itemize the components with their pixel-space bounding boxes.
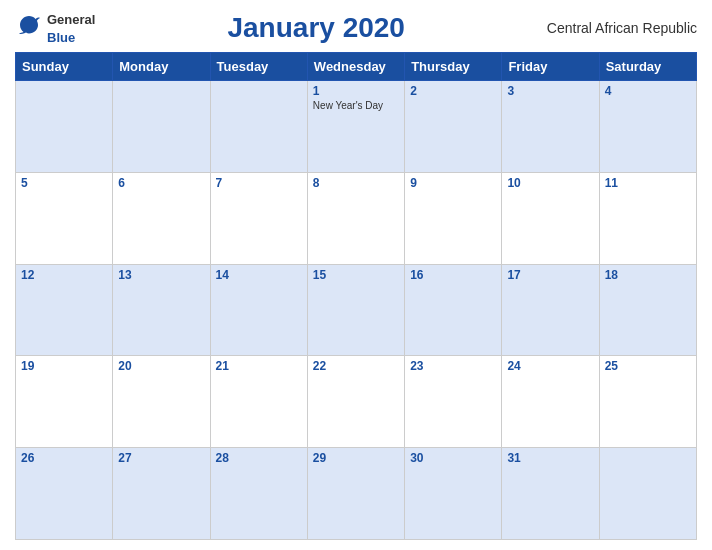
header-saturday: Saturday xyxy=(599,53,696,81)
day-number: 26 xyxy=(21,451,107,465)
top-bar: General Blue January 2020 Central Africa… xyxy=(15,10,697,46)
day-number: 25 xyxy=(605,359,691,373)
header-thursday: Thursday xyxy=(405,53,502,81)
calendar-cell xyxy=(599,448,696,540)
day-number: 4 xyxy=(605,84,691,98)
calendar-cell: 27 xyxy=(113,448,210,540)
calendar-cell: 22 xyxy=(307,356,404,448)
calendar-cell: 20 xyxy=(113,356,210,448)
day-number: 15 xyxy=(313,268,399,282)
calendar-cell: 13 xyxy=(113,264,210,356)
week-row-1: 1New Year's Day234 xyxy=(16,81,697,173)
day-number: 2 xyxy=(410,84,496,98)
day-event: New Year's Day xyxy=(313,100,399,111)
day-number: 27 xyxy=(118,451,204,465)
day-number: 17 xyxy=(507,268,593,282)
calendar-cell: 6 xyxy=(113,172,210,264)
calendar-cell: 7 xyxy=(210,172,307,264)
day-number: 11 xyxy=(605,176,691,190)
calendar-cell: 28 xyxy=(210,448,307,540)
day-number: 6 xyxy=(118,176,204,190)
day-number: 7 xyxy=(216,176,302,190)
day-number: 13 xyxy=(118,268,204,282)
header-monday: Monday xyxy=(113,53,210,81)
day-number: 1 xyxy=(313,84,399,98)
calendar-cell: 23 xyxy=(405,356,502,448)
week-row-2: 567891011 xyxy=(16,172,697,264)
calendar-cell: 1New Year's Day xyxy=(307,81,404,173)
calendar-cell: 10 xyxy=(502,172,599,264)
day-number: 31 xyxy=(507,451,593,465)
calendar-cell: 31 xyxy=(502,448,599,540)
calendar-cell: 29 xyxy=(307,448,404,540)
calendar-cell: 15 xyxy=(307,264,404,356)
logo-bird-icon xyxy=(15,12,43,45)
country-name: Central African Republic xyxy=(537,20,697,36)
week-row-4: 19202122232425 xyxy=(16,356,697,448)
calendar-cell: 8 xyxy=(307,172,404,264)
day-number: 24 xyxy=(507,359,593,373)
logo-blue: Blue xyxy=(47,30,75,45)
week-row-5: 262728293031 xyxy=(16,448,697,540)
week-row-3: 12131415161718 xyxy=(16,264,697,356)
calendar-cell: 18 xyxy=(599,264,696,356)
calendar-cell: 5 xyxy=(16,172,113,264)
day-number: 18 xyxy=(605,268,691,282)
day-number: 12 xyxy=(21,268,107,282)
day-number: 9 xyxy=(410,176,496,190)
calendar-cell: 25 xyxy=(599,356,696,448)
day-number: 16 xyxy=(410,268,496,282)
day-number: 5 xyxy=(21,176,107,190)
header-sunday: Sunday xyxy=(16,53,113,81)
logo-text: General Blue xyxy=(47,10,95,46)
calendar-cell: 26 xyxy=(16,448,113,540)
calendar-cell xyxy=(16,81,113,173)
calendar-cell xyxy=(113,81,210,173)
calendar-cell: 19 xyxy=(16,356,113,448)
calendar-cell: 4 xyxy=(599,81,696,173)
day-number: 22 xyxy=(313,359,399,373)
header-friday: Friday xyxy=(502,53,599,81)
calendar-cell: 21 xyxy=(210,356,307,448)
calendar-cell: 2 xyxy=(405,81,502,173)
day-number: 28 xyxy=(216,451,302,465)
header-tuesday: Tuesday xyxy=(210,53,307,81)
day-number: 20 xyxy=(118,359,204,373)
logo-general: General xyxy=(47,12,95,27)
logo: General Blue xyxy=(15,10,95,46)
calendar-title: January 2020 xyxy=(95,12,537,44)
calendar-cell: 14 xyxy=(210,264,307,356)
calendar-cell: 16 xyxy=(405,264,502,356)
calendar-cell xyxy=(210,81,307,173)
weekday-header-row: Sunday Monday Tuesday Wednesday Thursday… xyxy=(16,53,697,81)
day-number: 19 xyxy=(21,359,107,373)
day-number: 23 xyxy=(410,359,496,373)
day-number: 8 xyxy=(313,176,399,190)
calendar-cell: 24 xyxy=(502,356,599,448)
day-number: 29 xyxy=(313,451,399,465)
day-number: 3 xyxy=(507,84,593,98)
calendar-cell: 12 xyxy=(16,264,113,356)
day-number: 30 xyxy=(410,451,496,465)
calendar-table: Sunday Monday Tuesday Wednesday Thursday… xyxy=(15,52,697,540)
day-number: 14 xyxy=(216,268,302,282)
calendar-cell: 17 xyxy=(502,264,599,356)
header-wednesday: Wednesday xyxy=(307,53,404,81)
day-number: 21 xyxy=(216,359,302,373)
calendar-cell: 30 xyxy=(405,448,502,540)
calendar-cell: 9 xyxy=(405,172,502,264)
calendar-cell: 11 xyxy=(599,172,696,264)
day-number: 10 xyxy=(507,176,593,190)
calendar-cell: 3 xyxy=(502,81,599,173)
